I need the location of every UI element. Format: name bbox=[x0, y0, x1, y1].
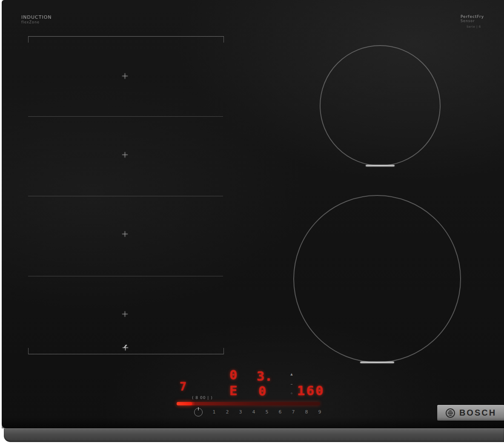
power-slider[interactable] bbox=[177, 402, 320, 405]
fry-arrow-icon: ▲ bbox=[288, 373, 295, 376]
timer-icons: ( 8 00 | ) bbox=[192, 396, 213, 400]
flex-zone-divider bbox=[28, 116, 223, 117]
pan-sensor-mark bbox=[366, 165, 395, 167]
hob-glass-surface: INDUCTION flexZone PerfectFry Sensor Ser… bbox=[2, 0, 504, 428]
cooking-zone-right-front-ring bbox=[293, 195, 461, 363]
power-level-key[interactable]: 2 bbox=[223, 409, 232, 415]
hob-product-photo: INDUCTION flexZone PerfectFry Sensor Ser… bbox=[0, 0, 504, 445]
fry-sensor-level-icons: ▲ – ◦ bbox=[288, 373, 295, 396]
bosch-logo-badge: BOSCH bbox=[437, 405, 504, 421]
fry-temp-display[interactable]: 160 bbox=[297, 383, 325, 398]
glass-print-top-right: PerfectFry Sensor Serie | 6 bbox=[461, 14, 484, 29]
zone-display-left-rear[interactable]: 0 bbox=[229, 367, 238, 382]
pan-sensor-mark bbox=[360, 362, 394, 363]
power-level-key[interactable]: 1 bbox=[210, 409, 218, 415]
glass-print-line: INDUCTION bbox=[21, 14, 52, 20]
pan-position-marker-icon bbox=[122, 311, 128, 317]
zone-display-right-front[interactable]: 0 bbox=[258, 383, 266, 399]
flex-zone-divider bbox=[28, 196, 223, 196]
power-level-key[interactable]: 7 bbox=[289, 409, 298, 415]
flex-zone-icon bbox=[123, 345, 128, 350]
power-level-key[interactable]: 5 bbox=[263, 409, 271, 415]
glass-print-top-left: INDUCTION flexZone bbox=[21, 14, 52, 25]
hob-front-edge bbox=[4, 428, 504, 442]
flex-zone-divider bbox=[28, 276, 223, 276]
power-level-key[interactable]: 6 bbox=[276, 409, 284, 415]
pan-position-marker-icon bbox=[122, 231, 128, 237]
zone-display-left-front[interactable]: E bbox=[229, 383, 238, 398]
cooking-zone-right-rear-ring bbox=[320, 45, 441, 166]
power-level-key[interactable]: 4 bbox=[249, 409, 258, 415]
power-on-icon[interactable] bbox=[194, 408, 203, 416]
glass-print-line: Sensor bbox=[461, 19, 484, 23]
zone-display-right-rear[interactable]: 3. bbox=[257, 368, 272, 384]
power-level-key[interactable]: 3 bbox=[236, 409, 245, 415]
glass-print-line: flexZone bbox=[21, 20, 52, 25]
brand-text: BOSCH bbox=[459, 408, 496, 418]
fry-dot-icon: ◦ bbox=[288, 391, 295, 396]
glass-print-line: PerfectFry bbox=[461, 14, 484, 19]
power-level-key[interactable]: 8 bbox=[302, 409, 311, 415]
flex-zone-top-bracket bbox=[28, 36, 224, 43]
power-level-key[interactable]: 9 bbox=[315, 409, 324, 415]
fry-dash-icon: – bbox=[288, 382, 295, 386]
power-slider-active-segment bbox=[177, 402, 192, 405]
bosch-anchor-icon bbox=[445, 408, 455, 418]
glass-print-line: Serie | 6 bbox=[467, 25, 484, 29]
timer-display[interactable]: 7 bbox=[180, 380, 186, 393]
pan-position-marker-icon bbox=[122, 152, 128, 158]
pan-position-marker-icon bbox=[122, 73, 128, 79]
